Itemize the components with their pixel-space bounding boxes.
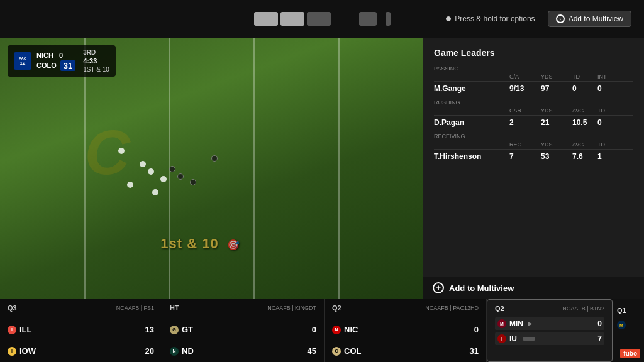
team-name-nd: N ND — [170, 346, 194, 356]
quarter-badge-3: Q2 — [332, 304, 341, 312]
top-bar-right: Press & hold for options ‹ Add to Multiv… — [446, 11, 631, 27]
passing-player: M.Gange — [434, 84, 509, 93]
selected-card-header: Q2 NCAAFB | BTN2 — [495, 305, 604, 312]
quarter-display: 3RD — [83, 49, 109, 56]
nic-score: 0 — [474, 325, 479, 334]
receiving-yds: 53 — [541, 152, 572, 161]
iu-logo: I — [497, 334, 506, 343]
press-hold-dot — [446, 16, 451, 21]
ill-score: 13 — [145, 325, 154, 334]
rushing-col-avg: AVG — [572, 107, 597, 114]
passing-stats: PASSING C/A YDS TD INT M.Gange 9/13 97 0… — [434, 65, 633, 93]
game-card-ill-iow[interactable]: Q3 NCAAFB | FS1 I ILL 13 I IOW 20 — [0, 299, 162, 362]
player-4 — [169, 166, 175, 172]
nd-logo: N — [170, 347, 179, 356]
iow-score: 20 — [145, 346, 154, 356]
add-multiview-label: Add to Multiview — [569, 14, 623, 23]
down-display: 1ST & 10 — [83, 66, 109, 73]
away-team-row: COLO 31 — [36, 60, 75, 71]
add-multiview-row: + Add to Multiview — [423, 277, 644, 299]
min-logo: M — [497, 319, 506, 328]
team-name-iow: I IOW — [8, 346, 36, 356]
team-row-nic: N NIC 0 — [332, 325, 479, 334]
rushing-col-td: TD — [597, 107, 623, 114]
passing-data: M.Gange 9/13 97 0 0 — [434, 84, 633, 93]
bottom-bar: Q3 NCAAFB | FS1 I ILL 13 I IOW 20 HT NCA… — [0, 299, 644, 362]
selected-team-row-min: M MIN ▶ 0 — [495, 317, 604, 330]
home-team-abbr: NICH — [36, 52, 55, 59]
selected-team-name-min: M MIN ▶ — [497, 319, 532, 328]
receiving-player: T.Hirshenson — [434, 152, 509, 161]
passing-int: 0 — [597, 84, 623, 93]
field-down-marker: 1st & 10 🎯 — [160, 236, 240, 252]
team-row-col: C COL 31 — [332, 346, 479, 356]
add-plus-icon: + — [433, 282, 444, 293]
video-background: C 1st & 10 🎯 — [0, 38, 423, 299]
tab-3[interactable] — [307, 12, 331, 26]
col-logo: C — [332, 347, 341, 356]
gt-logo: G — [170, 326, 179, 334]
partial-quarter: Q1 — [617, 307, 626, 314]
game-info: 3RD 4:33 1ST & 10 — [83, 49, 109, 73]
nic-logo: N — [332, 326, 341, 334]
top-bar: Press & hold for options ‹ Add to Multiv… — [0, 0, 644, 38]
passing-col-yds: YDS — [541, 74, 572, 80]
selected-team-name-iu: I IU — [497, 334, 535, 343]
player-3 — [140, 161, 146, 167]
col-score: 31 — [470, 346, 479, 356]
away-team-abbr: COLO — [36, 62, 57, 69]
network-badge-3: NCAAFB | PAC12HD — [425, 305, 479, 311]
fubo-logo: fubo — [620, 349, 640, 358]
gt-score: 0 — [312, 325, 316, 334]
team-name-nic: N NIC — [332, 325, 358, 334]
iow-logo: I — [8, 347, 16, 356]
rushing-yds: 21 — [541, 118, 572, 127]
team-row-gt: G GT 0 — [170, 325, 316, 334]
video-player[interactable]: C 1st & 10 🎯 PAC 12 — [0, 38, 423, 299]
tab-small[interactable] — [359, 12, 377, 26]
add-to-multiview-button[interactable]: ‹ Add to Multiview — [548, 11, 631, 27]
leaders-title: Game Leaders — [434, 48, 633, 58]
chevron-left-icon: ‹ — [556, 14, 565, 23]
receiving-col-rec: REC — [509, 141, 541, 148]
passing-td: 0 — [572, 84, 597, 93]
passing-col-ca: C/A — [509, 74, 541, 80]
passing-col-td: TD — [572, 74, 597, 80]
tab-tiny[interactable] — [386, 12, 391, 26]
network-badge-2: NCAAFB | KINGDT — [267, 305, 316, 311]
rushing-header: CAR YDS AVG TD — [434, 107, 633, 116]
game-card-nic-col[interactable]: Q2 NCAAFB | PAC12HD N NIC 0 C COL 31 — [325, 299, 487, 362]
network-badge-1: NCAAFB | FS1 — [116, 305, 154, 311]
tab-2[interactable] — [280, 12, 304, 26]
min-score: 0 — [597, 319, 602, 328]
selected-quarter: Q2 — [495, 305, 504, 312]
yard-line-4 — [338, 38, 340, 299]
add-multiview-float-label: Add to Multiview — [449, 283, 514, 293]
rushing-player: D.Pagan — [434, 118, 509, 127]
pac12-logo: PAC 12 — [14, 52, 31, 70]
player-6 — [127, 182, 133, 188]
press-hold-option: Press & hold for options — [446, 14, 535, 23]
player-10 — [118, 148, 125, 154]
home-team-score: 0 — [59, 52, 72, 59]
field-lines — [0, 38, 423, 299]
receiving-header: REC YDS AVG TD — [434, 141, 633, 150]
rushing-label: RUSHING — [434, 99, 633, 106]
passing-header: C/A YDS TD INT — [434, 74, 633, 82]
time-display: 4:33 — [83, 57, 109, 65]
rushing-col-car: CAR — [509, 107, 541, 114]
card-header-3: Q2 NCAAFB | PAC12HD — [332, 304, 479, 312]
nd-score: 45 — [308, 346, 316, 356]
passing-col-int: INT — [597, 74, 623, 80]
game-card-gt-nd[interactable]: HT NCAAFB | KINGDT G GT 0 N ND 45 — [162, 299, 325, 362]
team-row-ill: I ILL 13 — [8, 325, 154, 334]
game-leaders-panel: Game Leaders PASSING C/A YDS TD INT M.Ga… — [423, 38, 644, 299]
receiving-avg: 7.6 — [572, 152, 597, 161]
tab-1[interactable] — [254, 12, 278, 26]
selected-network: NCAAFB | BTN2 — [562, 305, 604, 312]
rushing-stats: RUSHING CAR YDS AVG TD D.Pagan 2 21 10.5… — [434, 99, 633, 127]
teams-score: NICH 0 COLO 31 — [36, 52, 75, 71]
game-card-min-iu-selected[interactable]: Q2 NCAAFB | BTN2 M MIN ▶ 0 I IU 7 — [487, 299, 613, 362]
tab-group — [254, 12, 331, 26]
receiving-rec: 7 — [509, 152, 541, 161]
